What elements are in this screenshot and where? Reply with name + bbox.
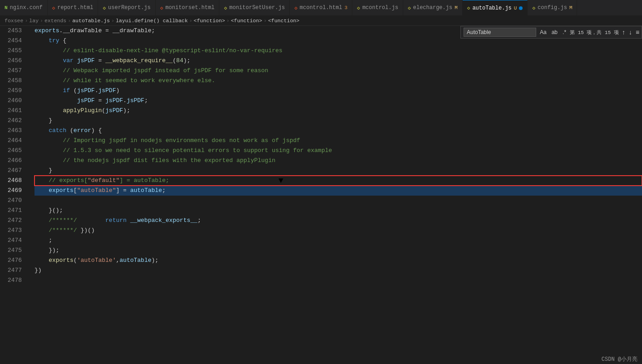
code-line-2461: applyPlugin(jsPDF); xyxy=(35,106,642,116)
line-num-2469: 2469 xyxy=(0,186,22,196)
code-line-2469: exports["autoTable"] = autoTable; xyxy=(35,186,642,196)
code-line-2472: /******/ return __webpack_exports__; xyxy=(35,216,642,226)
tab-icon-monitorsetuser: ◇ xyxy=(224,5,227,11)
tab-icon-elecharge: ◇ xyxy=(408,5,411,11)
find-next-button[interactable]: ↓ xyxy=(627,29,633,36)
code-line-2457: // Webpack imported jspdf instead of jsP… xyxy=(35,66,642,76)
breadcrumb: foxsee › lay › extends › autoTable.js › … xyxy=(0,16,642,26)
tab-icon-autotable: ◇ xyxy=(467,5,470,11)
line-num-2462: 2462 xyxy=(0,116,22,126)
find-nav: ↑ ↓ ≡ xyxy=(621,29,641,36)
code-line-2463: catch (error) { xyxy=(35,126,642,136)
breadcrumb-function3: <function> xyxy=(268,18,299,24)
find-input[interactable] xyxy=(464,28,536,37)
code-line-2458: // while it seemed to work everywhere el… xyxy=(35,76,642,86)
line-num-2455: 2455 xyxy=(0,46,22,56)
breadcrumb-foxsee: foxsee xyxy=(5,18,23,24)
tab-modified-dot-autotable xyxy=(519,6,523,10)
line-num-2459: 2459 xyxy=(0,86,22,96)
find-regex-button[interactable]: .* xyxy=(561,29,568,36)
tab-icon-mcontrol-html: ◇ xyxy=(294,5,297,11)
tab-config[interactable]: ◇ config.js M xyxy=(528,0,577,16)
line-num-2460: 2460 xyxy=(0,96,22,106)
code-line-2475: }); xyxy=(35,246,642,256)
breadcrumb-function2: <function> xyxy=(231,18,262,24)
line-num-2470: 2470 xyxy=(0,196,22,206)
find-match-case-button[interactable]: Aa xyxy=(538,29,548,36)
tab-badge-config: M xyxy=(569,5,573,10)
find-count: 第 15 项，共 15 项 xyxy=(570,29,619,36)
code-line-2478 xyxy=(35,275,642,285)
code-line-2456: var jsPDF = __webpack_require__(84); xyxy=(35,56,642,66)
line-num-2475: 2475 xyxy=(0,246,22,256)
code-line-2474: ; xyxy=(35,236,642,246)
line-num-2453: 2453 xyxy=(0,26,22,36)
line-numbers: 2453 2454 2455 2456 2457 2458 2459 2460 … xyxy=(0,26,27,285)
tab-elecharge[interactable]: ◇ elecharge.js M xyxy=(403,0,463,16)
breadcrumb-autotable: autoTable.js xyxy=(72,18,110,24)
line-num-2471: 2471 xyxy=(0,206,22,216)
code-line-2462: } xyxy=(35,116,642,126)
tab-icon-nginx: N xyxy=(5,5,8,10)
code-line-2476: exports('autoTable',autoTable); xyxy=(35,256,642,266)
tab-autoTable[interactable]: ◇ autoTable.js U xyxy=(463,0,528,16)
code-line-2460: jsPDF = jsPDF.jsPDF; xyxy=(35,96,642,106)
code-line-2468: // exports["default"] = autoTable; ▼ xyxy=(35,176,642,186)
tab-label-nginx: nginx.conf xyxy=(10,5,43,11)
find-actions: Aa ab .* xyxy=(538,29,568,36)
line-num-2468: 2468 xyxy=(0,176,22,186)
line-num-2467: 2467 xyxy=(0,166,22,176)
line-num-2465: 2465 xyxy=(0,146,22,156)
tab-label-monitorset: monitorset.html xyxy=(165,5,214,11)
code-content[interactable]: exports.__drawTable = __drawTable; try {… xyxy=(27,26,642,285)
code-line-2467: } xyxy=(35,166,642,176)
tab-label-report: report.html xyxy=(57,5,93,11)
tab-label-config: config.js xyxy=(538,5,567,11)
tab-monitorSetUser[interactable]: ◇ monitorSetUser.js xyxy=(219,0,290,16)
line-num-2458: 2458 xyxy=(0,76,22,86)
breadcrumb-extends: extends xyxy=(44,18,66,24)
code-line-2465: // 1.5.3 so we need to silence potential… xyxy=(35,146,642,156)
line-num-2463: 2463 xyxy=(0,126,22,136)
code-line-2473: /******/ })() xyxy=(35,226,642,236)
code-line-2470 xyxy=(35,196,642,206)
tab-label-mcontrol-html: mcontrol.html xyxy=(300,5,342,11)
line-num-2457: 2457 xyxy=(0,66,22,76)
line-num-2474: 2474 xyxy=(0,236,22,246)
code-line-2477: }) xyxy=(35,266,642,275)
code-line-2459: if (jsPDF.jsPDF) xyxy=(35,86,642,96)
tab-monitorset[interactable]: ◇ monitorset.html xyxy=(156,0,220,16)
tab-label-elecharge: elecharge.js xyxy=(413,5,452,11)
tab-icon-config: ◇ xyxy=(532,5,535,11)
line-num-2478: 2478 xyxy=(0,275,22,285)
code-area: 2453 2454 2455 2456 2457 2458 2459 2460 … xyxy=(0,26,642,285)
line-num-2472: 2472 xyxy=(0,216,22,226)
code-line-2455: // eslint-disable-next-line @typescript-… xyxy=(35,46,642,56)
status-bar: CSDN @小月亮 xyxy=(597,354,642,364)
find-bar: Aa ab .* 第 15 项，共 15 项 ↑ ↓ ≡ × xyxy=(460,26,642,39)
find-whole-word-button[interactable]: ab xyxy=(550,29,559,36)
tab-icon-monitorset: ◇ xyxy=(160,5,163,11)
tab-badge-autotable: U xyxy=(514,5,517,11)
line-num-2461: 2461 xyxy=(0,106,22,116)
line-num-2466: 2466 xyxy=(0,156,22,166)
line-num-2477: 2477 xyxy=(0,266,22,275)
tab-mcontrol-html[interactable]: ◇ mcontrol.html 3 xyxy=(290,0,352,16)
tab-nginx[interactable]: N nginx.conf xyxy=(0,0,48,16)
code-line-2464: // Importing jspdf in nodejs environment… xyxy=(35,136,642,146)
breadcrumb-lay: lay xyxy=(29,18,39,24)
tab-label-autotable: autoTable.js xyxy=(472,5,511,11)
tab-badge-elecharge: M xyxy=(454,5,458,10)
breadcrumb-function1: <function> xyxy=(194,18,225,24)
find-expand-button[interactable]: ≡ xyxy=(634,29,641,36)
tab-icon-mcontrol-js: ◇ xyxy=(357,5,360,11)
line-num-2473: 2473 xyxy=(0,226,22,236)
tab-icon-userreport: ◇ xyxy=(103,5,106,11)
tab-mcontrol-js[interactable]: ◇ mcontrol.js xyxy=(352,0,403,16)
line-num-2476: 2476 xyxy=(0,256,22,266)
find-prev-button[interactable]: ↑ xyxy=(621,29,627,36)
tab-report[interactable]: ◇ report.html xyxy=(48,0,99,16)
tab-bar: N nginx.conf ◇ report.html ◇ userReport.… xyxy=(0,0,642,16)
tab-userReport[interactable]: ◇ userReport.js xyxy=(98,0,155,16)
tab-label-mcontrol-js: mcontrol.js xyxy=(362,5,398,11)
